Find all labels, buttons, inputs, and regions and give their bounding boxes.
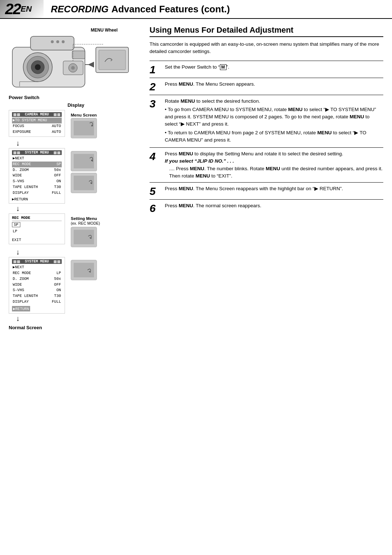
step-4-italic-title: If you select “JLIP ID NO.” . . . — [165, 158, 234, 164]
system-menu-1-box: SYSTEM MENU ▶NEXT REC MODESP D. ZOOM50x … — [9, 148, 65, 204]
step-3-number: 3 — [150, 98, 161, 109]
step-1-number: 1 — [150, 64, 161, 75]
page-number: 22EN — [0, 0, 44, 18]
camera-menu-box: CAMERA MENU ▶TO SYSTEM MENU FOCUSAUTO EX… — [9, 110, 65, 137]
right-column: Using Menus For Detailed Adjustment This… — [150, 25, 383, 330]
svg-point-10 — [51, 40, 54, 43]
svg-point-11 — [56, 40, 59, 43]
svg-rect-6 — [72, 51, 85, 59]
step-3-bullets: To go from CAMERA MENU to SYSTEM MENU, r… — [165, 106, 383, 144]
thumb-cam-svg-4 — [72, 228, 96, 246]
step-3-bullet-2: To return to CAMERA MENU from page 2 of … — [165, 129, 383, 144]
rec-mode-exit: EXIT — [12, 238, 62, 242]
svg-point-4 — [35, 64, 41, 70]
flow-diagram: CAMERA MENU ▶TO SYSTEM MENU FOCUSAUTO EX… — [9, 110, 143, 330]
recording-label: RECORDING — [51, 4, 109, 15]
rec-mode-box: REC MODE SP LP EXIT — [9, 213, 65, 244]
step-5: 5 Press MENU. The Menu Screen reappears … — [150, 182, 383, 199]
menu-screen-label: Menu Screen — [71, 113, 97, 117]
svg-rect-24 — [74, 154, 94, 168]
svg-rect-22 — [74, 121, 94, 135]
thumb-cam-svg-5 — [72, 261, 96, 279]
flow-row-4: SYSTEM MENU ▶NEXT REC MODELP D. ZOOM50x … — [9, 257, 143, 313]
rec-mode-title: REC MODE — [12, 216, 62, 221]
step-3-bullet-1: To go from CAMERA MENU to SYSTEM MENU, r… — [165, 106, 383, 128]
setting-menu-label: Setting Menu — [71, 216, 97, 221]
left-column: MENU Wheel Power Switch Display CAMERA M… — [9, 25, 143, 330]
thumb-cam-svg-3 — [72, 174, 96, 192]
step-5-number: 5 — [150, 185, 161, 197]
step-5-content: Press MENU. The Menu Screen reappears wi… — [165, 185, 383, 192]
camera-menu-row-exposure: EXPOSUREAUTO — [12, 129, 62, 135]
flow-row-2: SYSTEM MENU ▶NEXT REC MODESP D. ZOOM50x … — [9, 148, 143, 204]
camera-menu-row-focus: FOCUSAUTO — [12, 123, 62, 129]
display-label: Display — [9, 102, 143, 108]
sys2-dzoom: D. ZOOM50x — [12, 276, 62, 282]
svg-point-12 — [62, 40, 65, 43]
sys2-svhs: S-VHSON — [12, 287, 62, 293]
step-6-content: Press MENU. The normal screen reappears. — [165, 202, 383, 209]
steps-container: 1 Set the Power Switch to “M”. 2 Press M… — [150, 61, 383, 217]
flow-row-3: REC MODE SP LP EXIT Setting Menu (ex. RE… — [9, 213, 143, 247]
system-menu-thumb-1 — [71, 151, 97, 171]
svg-rect-30 — [74, 263, 94, 277]
step-1-content: Set the Power Switch to “M”. — [165, 64, 383, 71]
system-menu-1-header: SYSTEM MENU — [12, 150, 62, 155]
camcorder-svg — [9, 25, 136, 93]
thumb-cam-svg-1 — [72, 119, 96, 138]
page-header: 22EN RECORDING Advanced Features (cont.) — [0, 0, 392, 19]
sys2-next: ▶NEXT — [12, 265, 62, 270]
camcorder-illustration: MENU Wheel — [9, 25, 136, 93]
flow-row-1: CAMERA MENU ▶TO SYSTEM MENU FOCUSAUTO EX… — [9, 110, 143, 138]
normal-screen-label: Normal Screen — [9, 325, 42, 330]
sys2-return: ▶RETURN — [12, 306, 30, 311]
flow-arrow-3: ↓ — [9, 248, 20, 256]
page-number-value: 22 — [5, 0, 21, 18]
step-4-sub-note: .... Press MENU. The number blinks. Rota… — [169, 165, 383, 180]
camera-menu-header: CAMERA MENU — [12, 112, 62, 117]
system-menu-thumb-2 — [71, 173, 97, 193]
flow-arrow-1: ↓ — [9, 139, 20, 147]
step-6-number: 6 — [150, 202, 161, 214]
sys1-return: ▶RETURN — [12, 197, 62, 201]
sys1-next: ▶NEXT — [12, 156, 62, 162]
system-menu-2-thumb — [71, 260, 97, 280]
sys1-wide: WIDEOFF — [12, 173, 62, 179]
step-1: 1 Set the Power Switch to “M”. — [150, 61, 383, 78]
section-title: Using Menus For Detailed Adjustment — [150, 25, 383, 37]
step-2-number: 2 — [150, 81, 161, 92]
sys1-svhs: S-VHSON — [12, 179, 62, 184]
system-menu-2-header: SYSTEM MENU — [12, 259, 62, 264]
menu-wheel-label: MENU Wheel — [91, 28, 118, 33]
system-menu-2-title: SYSTEM MENU — [25, 260, 49, 264]
sys2-recmode: REC MODELP — [12, 270, 62, 276]
power-switch-label: Power Switch — [9, 95, 143, 100]
step-2: 2 Press MENU. The Menu Screen appears. — [150, 78, 383, 95]
intro-text: This camcorder is equipped with an easy-… — [150, 41, 383, 56]
sys1-dzoom: D. ZOOM50x — [12, 167, 62, 173]
sys1-tape: TAPE LENGTHT30 — [12, 184, 62, 190]
page-title: RECORDING Advanced Features (cont.) — [44, 0, 392, 18]
svg-point-9 — [71, 66, 75, 70]
step-3: 3 Rotate MENU to select the desired func… — [150, 95, 383, 148]
step-6: 6 Press MENU. The normal screen reappear… — [150, 199, 383, 216]
step-2-content: Press MENU. The Menu Screen appears. — [165, 81, 383, 88]
title-rest: Advanced Features (cont.) — [111, 4, 230, 15]
step-4: 4 Press MENU to display the Setting Menu… — [150, 147, 383, 182]
rec-mode-thumb — [71, 227, 97, 247]
sys1-display: DISPLAYFULL — [12, 190, 62, 196]
menu-screen-thumb-1 — [71, 118, 97, 138]
svg-rect-28 — [74, 230, 94, 244]
sys2-tape: TAPE LENGTHT30 — [12, 293, 62, 299]
page-en: EN — [21, 4, 32, 14]
system-menu-1-title: SYSTEM MENU — [25, 151, 49, 155]
main-content: MENU Wheel Power Switch Display CAMERA M… — [0, 19, 392, 339]
camera-menu-title: CAMERA MENU — [25, 113, 49, 117]
sys2-wide: WIDEOFF — [12, 282, 62, 288]
step-4-number: 4 — [150, 150, 161, 162]
sys2-display: DISPLAYFULL — [12, 299, 62, 305]
system-menu-2-box: SYSTEM MENU ▶NEXT REC MODELP D. ZOOM50x … — [9, 257, 65, 313]
setting-menu-sublabel: (ex. REC MODE) — [71, 221, 100, 225]
rec-mode-lp: LP — [12, 228, 62, 235]
sys1-recmode: REC MODESP — [12, 162, 62, 167]
